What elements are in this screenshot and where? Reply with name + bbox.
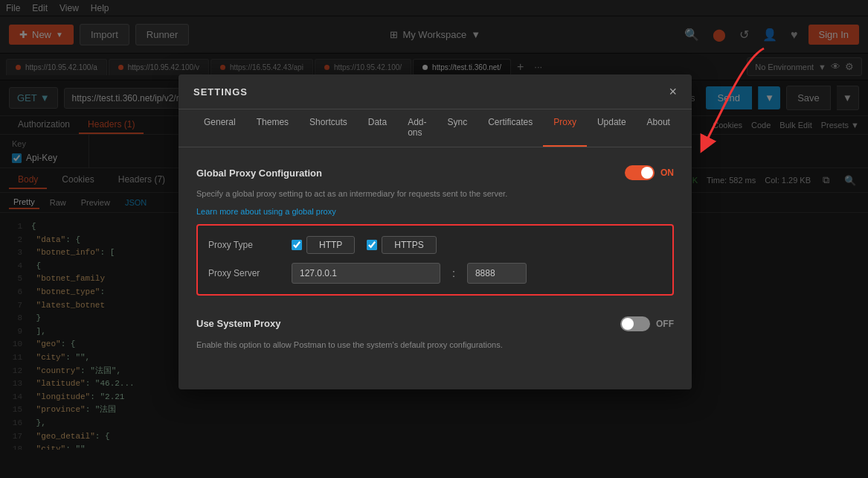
http-label: HTTP: [306, 236, 355, 254]
proxy-port-input[interactable]: [467, 263, 527, 284]
global-proxy-desc: Specify a global proxy setting to act as…: [196, 188, 674, 200]
system-proxy-desc: Enable this option to allow Postman to u…: [196, 339, 674, 351]
modal-tab-about[interactable]: About: [637, 109, 681, 147]
global-proxy-title: Global Proxy Configuration: [196, 168, 322, 179]
http-checkbox[interactable]: [292, 240, 302, 250]
global-proxy-header: Global Proxy Configuration ON: [196, 165, 674, 180]
system-proxy-toggle-label: OFF: [656, 319, 674, 329]
http-checkbox-item: HTTP: [292, 236, 355, 254]
toggle-slider: [625, 165, 655, 180]
proxy-server-row: Proxy Server :: [208, 263, 662, 284]
https-checkbox-item: HTTPS: [367, 236, 436, 254]
system-proxy-section: Use System Proxy OFF Enable this option …: [196, 316, 674, 351]
system-proxy-title: Use System Proxy: [196, 318, 280, 329]
modal-tab-certificates[interactable]: Certificates: [478, 109, 543, 147]
modal-title: SETTINGS: [193, 86, 248, 98]
system-toggle-slider: [620, 316, 650, 331]
modal-overlay: SETTINGS × General Themes Shortcuts Data…: [0, 0, 868, 478]
modal-tab-proxy[interactable]: Proxy: [543, 109, 587, 147]
proxy-checkbox-group: HTTP HTTPS: [292, 236, 437, 254]
modal-body: Global Proxy Configuration ON Specify a …: [179, 147, 692, 389]
modal-tab-shortcuts[interactable]: Shortcuts: [299, 109, 358, 147]
global-proxy-toggle[interactable]: [625, 165, 655, 180]
https-label: HTTPS: [382, 236, 436, 254]
modal-tab-themes[interactable]: Themes: [246, 109, 299, 147]
modal-header: SETTINGS ×: [179, 74, 692, 109]
proxy-server-label: Proxy Server: [208, 268, 283, 278]
modal-tab-general[interactable]: General: [193, 109, 246, 147]
global-proxy-link[interactable]: Learn more about using a global proxy: [196, 207, 336, 216]
proxy-server-input[interactable]: [292, 263, 440, 284]
modal-tabs: General Themes Shortcuts Data Add-ons Sy…: [179, 109, 692, 147]
system-proxy-header: Use System Proxy OFF: [196, 316, 674, 331]
global-proxy-toggle-group: ON: [625, 165, 674, 180]
proxy-type-label: Proxy Type: [208, 240, 283, 250]
modal-tab-update[interactable]: Update: [587, 109, 637, 147]
settings-modal: SETTINGS × General Themes Shortcuts Data…: [179, 74, 692, 389]
system-proxy-toggle[interactable]: [620, 316, 650, 331]
system-proxy-toggle-group: OFF: [620, 316, 674, 331]
proxy-type-row: Proxy Type HTTP HTTPS: [208, 236, 662, 254]
https-checkbox[interactable]: [367, 240, 377, 250]
proxy-config-box: Proxy Type HTTP HTTPS: [196, 224, 674, 296]
global-proxy-toggle-label: ON: [660, 168, 674, 178]
modal-close-button[interactable]: ×: [669, 85, 677, 98]
global-proxy-section: Global Proxy Configuration ON Specify a …: [196, 165, 674, 296]
proxy-colon: :: [449, 267, 458, 279]
modal-tab-sync[interactable]: Sync: [437, 109, 478, 147]
modal-tab-data[interactable]: Data: [358, 109, 397, 147]
modal-tab-addons[interactable]: Add-ons: [397, 109, 437, 147]
